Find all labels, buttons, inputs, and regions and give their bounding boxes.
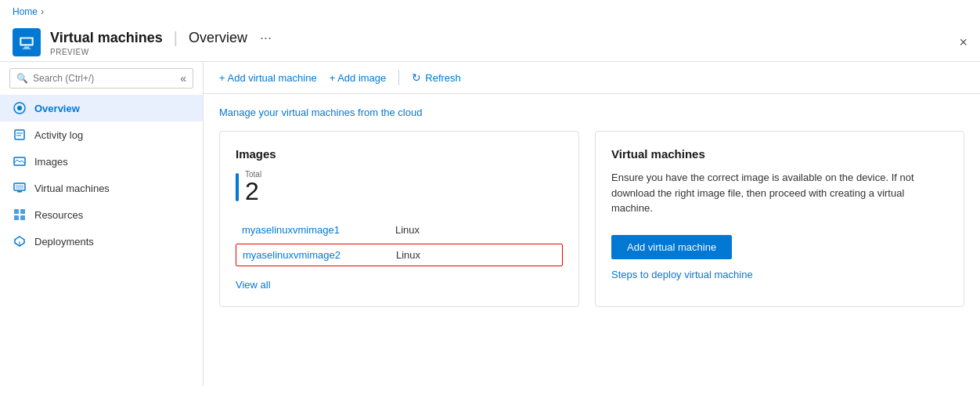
svg-rect-6: [15, 130, 24, 139]
sidebar-item-deployments[interactable]: Deployments: [0, 228, 203, 255]
toolbar: + Add virtual machine + Add image ↻ Refr…: [204, 62, 980, 94]
overview-icon: [13, 101, 27, 115]
image-os-1: Linux: [395, 224, 420, 236]
sidebar-item-label-resources: Resources: [34, 209, 83, 221]
svg-rect-3: [23, 49, 31, 49]
add-virtual-machine-button[interactable]: + Add virtual machine: [219, 72, 317, 84]
svg-rect-15: [14, 215, 19, 220]
search-input[interactable]: [33, 73, 175, 84]
vm-card-title: Virtual machines: [611, 147, 948, 161]
refresh-button[interactable]: ↻ Refresh: [412, 71, 461, 84]
svg-rect-13: [14, 209, 19, 214]
sidebar-item-label-deployments: Deployments: [34, 236, 94, 248]
svg-rect-12: [17, 191, 22, 193]
table-row: myaselinuxvmimage1 Linux: [236, 219, 563, 240]
content-area: + Add virtual machine + Add image ↻ Refr…: [204, 62, 980, 385]
breadcrumb: Home ›: [0, 0, 980, 23]
sidebar-item-label-overview: Overview: [34, 103, 80, 114]
page-header: Virtual machines | Overview ··· PREVIEW …: [0, 23, 980, 62]
images-card-title: Images: [236, 147, 563, 161]
page-title: Virtual machines: [50, 30, 163, 46]
svg-rect-2: [24, 47, 30, 49]
deployments-icon: [13, 234, 27, 248]
total-bar: [236, 173, 239, 201]
breadcrumb-home[interactable]: Home: [13, 6, 38, 17]
close-button[interactable]: ×: [959, 34, 967, 51]
virtual-machines-icon: [13, 181, 27, 195]
add-vm-card-button[interactable]: Add virtual machine: [611, 235, 732, 259]
refresh-label: Refresh: [425, 72, 461, 84]
sidebar-item-virtual-machines[interactable]: Virtual machines: [0, 175, 203, 201]
sidebar-item-label-activity-log: Activity log: [34, 129, 83, 141]
sidebar-item-label-images: Images: [34, 156, 68, 168]
sidebar-item-overview[interactable]: Overview: [0, 95, 203, 121]
refresh-icon: ↻: [412, 71, 421, 84]
header-title-block: Virtual machines | Overview ··· PREVIEW: [50, 29, 272, 56]
toolbar-separator: [398, 70, 399, 85]
image-list: myaselinuxvmimage1 Linux myaselinuxvmima…: [236, 219, 563, 266]
content-subtitle: Manage your virtual machines from the cl…: [219, 107, 964, 118]
svg-rect-14: [20, 209, 25, 214]
total-count: 2: [245, 179, 261, 204]
app-icon: [13, 28, 41, 56]
main-layout: 🔍 « Overview Activity log Images: [0, 62, 980, 385]
view-all-link[interactable]: View all: [236, 279, 271, 291]
svg-rect-11: [16, 185, 23, 189]
more-options-button[interactable]: ···: [260, 30, 272, 46]
images-icon: [13, 154, 27, 168]
svg-rect-16: [20, 215, 25, 220]
sidebar-item-label-vms: Virtual machines: [34, 183, 110, 194]
vm-description: Ensure you have the correct image is ava…: [611, 170, 948, 216]
sidebar-item-activity-log[interactable]: Activity log: [0, 121, 203, 148]
image-os-2: Linux: [396, 249, 420, 261]
vm-icon: [18, 34, 35, 51]
svg-rect-1: [21, 39, 31, 45]
sidebar-item-resources[interactable]: Resources: [0, 201, 203, 228]
svg-point-5: [17, 106, 22, 110]
image-name-2[interactable]: myaselinuxvmimage2: [243, 249, 384, 261]
collapse-button[interactable]: «: [180, 72, 186, 85]
steps-link[interactable]: Steps to deploy virtual machine: [611, 269, 753, 280]
content-body: Manage your virtual machines from the cl…: [204, 94, 980, 320]
sidebar: 🔍 « Overview Activity log Images: [0, 62, 204, 385]
cards-area: Images Total 2 myaselinuxvmimage1 Linux: [219, 131, 964, 307]
preview-badge: PREVIEW: [50, 48, 272, 56]
image-name-1[interactable]: myaselinuxvmimage1: [242, 224, 383, 236]
virtual-machines-card: Virtual machines Ensure you have the cor…: [595, 131, 964, 307]
activity-log-icon: [13, 128, 27, 142]
total-count-row: Total 2: [236, 170, 563, 204]
breadcrumb-separator: ›: [41, 6, 44, 17]
add-image-button[interactable]: + Add image: [330, 72, 387, 84]
search-box: 🔍 «: [9, 68, 193, 89]
resources-icon: [13, 208, 27, 222]
search-icon: 🔍: [16, 73, 28, 84]
page-subtitle: Overview: [189, 30, 247, 46]
images-card: Images Total 2 myaselinuxvmimage1 Linux: [219, 131, 579, 307]
table-row: myaselinuxvmimage2 Linux: [236, 244, 563, 266]
sidebar-item-images[interactable]: Images: [0, 148, 203, 175]
